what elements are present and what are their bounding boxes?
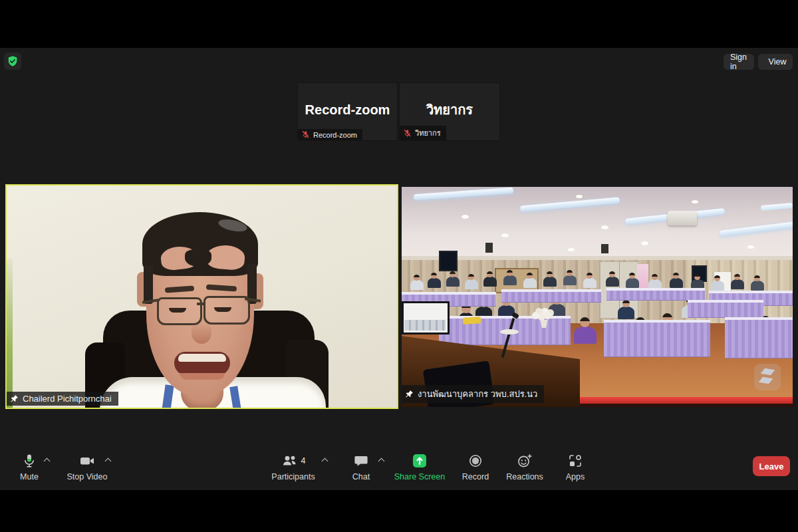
participants-icon: 4: [281, 452, 306, 469]
person-head: [487, 271, 493, 277]
white-plate: [500, 329, 519, 334]
chat-bubble-icon: [353, 452, 369, 469]
share-screen-label: Share Screen: [394, 472, 445, 481]
person-head: [673, 273, 679, 279]
person-head: [468, 274, 474, 280]
person-head: [450, 271, 456, 277]
person-body: [583, 278, 597, 288]
person-body: [410, 280, 424, 290]
audience-person: [629, 273, 635, 289]
stop-video-button[interactable]: Stop Video: [63, 452, 112, 481]
audience-person: [414, 275, 420, 291]
leave-button[interactable]: Leave: [753, 456, 790, 476]
zoom-gallery-thumbnails: [404, 320, 446, 331]
person-body: [549, 304, 565, 317]
audience-person: [547, 271, 553, 287]
room-name-label: งานพัฒนาบุคลากร วพบ.สปร.นว: [418, 387, 537, 401]
chat-label: Chat: [352, 472, 370, 481]
seminar-table: [606, 288, 705, 301]
participant-name-chip: Record-zoom: [298, 129, 362, 140]
glasses-bridge: [197, 303, 205, 305]
video-tile-speaker-webcam[interactable]: Chailerd Pichitpornchai: [5, 184, 398, 409]
person-head: [507, 270, 513, 276]
view-button[interactable]: View: [758, 54, 793, 70]
person-head: [754, 275, 760, 281]
person-head: [714, 275, 720, 281]
person-body: [465, 279, 478, 289]
person-body: [503, 275, 517, 285]
security-button[interactable]: [4, 53, 21, 70]
zoom-meeting-window: Sign in View Record-zoom: [0, 0, 798, 532]
person-head: [587, 273, 593, 279]
audience-person: [609, 271, 615, 287]
record-icon: [467, 452, 483, 469]
person-head: [414, 275, 420, 281]
person-body: [626, 278, 639, 288]
pin-icon: [10, 394, 19, 403]
watermark-bar: [759, 377, 773, 384]
participant-tile-speaker[interactable]: วิทยากร วิทยากร: [399, 82, 500, 141]
person-head: [694, 274, 700, 280]
chat-button[interactable]: Chat: [343, 452, 379, 481]
audience-person: [487, 271, 493, 287]
audience-person: [468, 274, 474, 290]
person-body: [618, 307, 634, 319]
watermark-bar: [761, 368, 775, 375]
person-body: [523, 278, 537, 288]
person-body: [731, 279, 744, 289]
sign-in-button[interactable]: Sign in: [724, 54, 754, 70]
apps-button[interactable]: Apps: [557, 452, 593, 481]
mute-button[interactable]: Mute: [11, 452, 48, 481]
video-watermark: [754, 364, 781, 390]
chat-options-chevron[interactable]: [378, 457, 384, 463]
mic-off-icon: [403, 129, 412, 138]
person-body: [606, 277, 619, 287]
audience-person: [567, 270, 573, 286]
person-body: [543, 277, 557, 287]
audience-person: [450, 271, 456, 287]
door-frame-strip: [7, 259, 13, 409]
reactions-label: Reactions: [506, 472, 543, 481]
reactions-button[interactable]: Reactions: [500, 452, 549, 481]
person-head: [431, 273, 437, 279]
audience-person: [527, 273, 533, 289]
participant-tile-record-zoom[interactable]: Record-zoom Record-zoom: [297, 82, 398, 141]
person-head: [567, 270, 573, 276]
participant-chip-label: Record-zoom: [313, 131, 357, 139]
participant-name: Record-zoom: [298, 102, 397, 117]
hair-fringe: [185, 249, 211, 267]
reactions-smiley-icon: [516, 452, 533, 469]
mute-options-chevron[interactable]: [44, 457, 50, 463]
participants-options-chevron[interactable]: [322, 457, 328, 463]
seminar-table: [501, 289, 601, 303]
seminar-table: [725, 317, 793, 358]
nose: [192, 323, 211, 344]
share-screen-button[interactable]: Share Screen: [391, 452, 448, 481]
sign-in-label: Sign in: [730, 53, 747, 71]
person-body: [574, 327, 597, 344]
person-head: [609, 271, 615, 277]
room-name-chip: งานพัฒนาบุคลากร วพบ.สปร.นว: [402, 385, 544, 403]
audience-person: [754, 275, 760, 291]
mic-off-icon: [301, 130, 310, 139]
participants-button[interactable]: 4 Participants: [265, 452, 322, 481]
speaker-name-label: Chailerd Pichitpornchai: [23, 394, 112, 404]
record-label: Record: [462, 472, 489, 481]
seminar-table: [688, 300, 763, 318]
pin-icon: [405, 390, 414, 398]
person-head: [527, 273, 533, 279]
video-tile-conference-room[interactable]: งานพัฒนาบุคลากร วพบ.สปร.นว: [402, 187, 793, 407]
flower-bouquet: [532, 312, 539, 319]
seminar-table: [604, 320, 710, 357]
video-options-chevron[interactable]: [105, 457, 111, 463]
person-body: [670, 278, 683, 288]
audience-person: [587, 273, 593, 289]
webcam-scene: [7, 186, 397, 408]
mute-label: Mute: [20, 472, 39, 481]
record-button[interactable]: Record: [455, 452, 496, 481]
teeth: [178, 354, 226, 362]
speaker-name-chip: Chailerd Pichitpornchai: [7, 392, 118, 406]
audience-person: [507, 270, 513, 286]
share-screen-icon: [411, 452, 428, 469]
video-camera-icon: [78, 452, 96, 469]
